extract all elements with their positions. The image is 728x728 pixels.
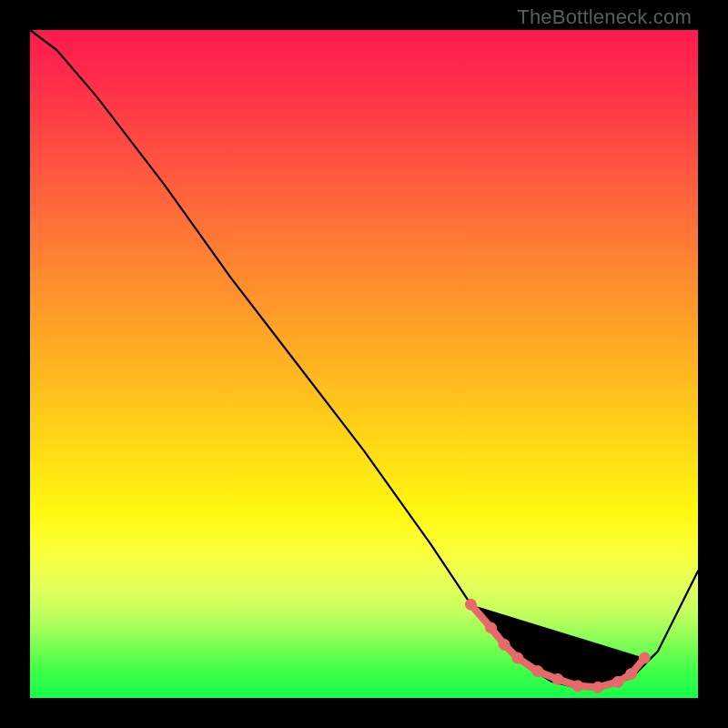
marker-dot: [512, 652, 523, 663]
marker-dot: [532, 666, 543, 677]
marker-dot: [572, 681, 583, 692]
marker-dot: [552, 673, 563, 684]
marker-group: [465, 599, 650, 693]
marker-dot: [592, 682, 603, 693]
bottleneck-curve: [30, 30, 698, 688]
chart-svg: [30, 30, 698, 698]
marker-dot: [465, 599, 476, 610]
watermark-text: TheBottleneck.com: [517, 5, 692, 29]
marker-dot: [486, 622, 497, 633]
marker-dot: [626, 669, 637, 680]
marker-dot: [639, 652, 650, 663]
marker-dot: [499, 639, 510, 650]
marker-dot: [612, 676, 623, 687]
chart-frame: [30, 30, 698, 698]
